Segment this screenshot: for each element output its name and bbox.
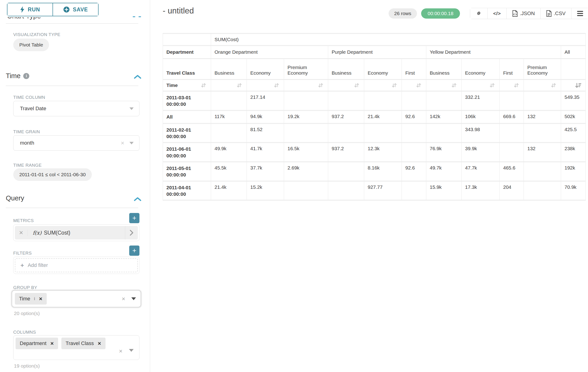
remove-chip-icon[interactable]: ✕ [98, 341, 101, 346]
cell: 217.14 [247, 92, 284, 111]
export-csv-button[interactable]: .CSV [540, 8, 571, 19]
row-label: All [163, 111, 211, 124]
group-by-select[interactable]: Time i ✕ × [12, 290, 141, 307]
cell [524, 124, 561, 143]
chart-type-collapse-chevron-fragment [133, 16, 135, 17]
query-section-title: Query [6, 194, 24, 202]
cell: 17.3k [462, 181, 500, 201]
cell: 76.9k [426, 143, 462, 162]
metric-pill[interactable]: ✕ f(x) SUM(Cost) [15, 226, 138, 239]
sort-icon [200, 82, 207, 89]
cell: 117k [211, 111, 247, 124]
visualization-type-pill[interactable]: Pivot Table [13, 39, 49, 51]
chevron-down-icon [129, 349, 134, 352]
lightning-icon [20, 6, 25, 13]
save-button[interactable]: SAVE [52, 3, 98, 16]
group-by-chip-time[interactable]: Time i ✕ [15, 293, 47, 305]
columns-chip-department[interactable]: Department ✕ [16, 338, 58, 349]
chevron-down-icon [129, 107, 134, 110]
info-icon: i [23, 73, 29, 79]
clear-icon[interactable]: × [122, 295, 125, 302]
department-group-header: Yellow Department [426, 46, 561, 59]
view-query-button[interactable]: </> [487, 8, 506, 19]
cell: 21.4k [211, 181, 247, 201]
travel-class-header: Premium Economy [284, 59, 328, 80]
time-grain-value: month [20, 140, 34, 146]
table-row: 2011-02-01 00:00:00 81.52 343.98 425.5 [163, 124, 586, 143]
add-filter-label: Add filter [28, 262, 48, 268]
department-group-header: All [561, 46, 586, 59]
time-grain-select[interactable]: month × [13, 135, 139, 151]
department-header-row: Department Orange Department Purple Depa… [163, 46, 586, 59]
chip-label: Travel Class [65, 340, 94, 346]
time-grain-label: TIME GRAIN [13, 129, 40, 134]
remove-metric-icon[interactable]: ✕ [15, 230, 28, 236]
time-column-select[interactable]: Travel Date [13, 101, 139, 116]
chart-menu-button[interactable] [571, 8, 588, 19]
filters-field: + Add filter [13, 257, 139, 274]
columns-chip-travel-class[interactable]: Travel Class ✕ [61, 338, 105, 349]
travel-class-header [561, 59, 586, 80]
sort-header-cell[interactable] [402, 80, 426, 92]
sort-header-cell-active[interactable] [561, 80, 586, 92]
add-metric-button[interactable]: + [129, 213, 139, 223]
chart-panel: - untitled 26 rows 00:00:00.18 </> .JSON… [150, 0, 588, 372]
query-section-heading: Query [6, 194, 24, 202]
sort-header-cell[interactable] [247, 80, 284, 92]
time-range-label: TIME RANGE [13, 163, 42, 168]
remove-chip-icon[interactable]: ✕ [39, 296, 42, 302]
expand-metric-control[interactable] [125, 226, 138, 239]
metric-header-cell: SUM(Cost) [211, 33, 586, 46]
add-filter-plus-button[interactable]: + [129, 245, 139, 256]
cell: 92.6 [402, 162, 426, 181]
export-json-button[interactable]: .JSON [506, 8, 540, 19]
corner-cell [163, 33, 211, 46]
cell [211, 92, 247, 111]
time-range-pill[interactable]: 2011-01-01 ≤ col < 2011-06-30 [13, 168, 92, 181]
query-collapse-chevron-icon[interactable] [134, 197, 142, 202]
sort-header-cell[interactable] [426, 80, 462, 92]
sort-header-cell[interactable] [211, 80, 247, 92]
row-count-badge: 26 rows [388, 8, 417, 19]
columns-select[interactable]: Department ✕ Travel Class ✕ × [13, 335, 139, 360]
sort-header-cell[interactable] [500, 80, 524, 92]
sort-header-cell[interactable] [524, 80, 561, 92]
query-timer-badge: 00:00:00.18 [421, 8, 460, 19]
json-file-icon [512, 10, 518, 17]
sort-header-cell[interactable] [328, 80, 364, 92]
hamburger-menu-icon [577, 11, 583, 16]
add-filter-button[interactable]: + Add filter [15, 258, 138, 272]
sort-header-cell[interactable] [364, 80, 402, 92]
metric-name: SUM(Cost) [44, 230, 70, 236]
cell: 37.7k [247, 162, 284, 181]
sort-header-cell[interactable] [284, 80, 328, 92]
cell: 465.6 [500, 162, 524, 181]
cell [364, 92, 402, 111]
chevron-right-icon [130, 230, 133, 236]
cell [402, 92, 426, 111]
travel-class-header: Economy [247, 59, 284, 80]
chart-title[interactable]: - untitled [163, 6, 194, 15]
cell [500, 143, 524, 162]
time-sort-header-cell[interactable]: Time [163, 80, 211, 92]
cell: 238k [561, 143, 586, 162]
sort-header-cell[interactable] [462, 80, 500, 92]
cell: 16.5k [284, 143, 328, 162]
time-collapse-chevron-icon[interactable] [134, 74, 142, 80]
cell: 49.7k [426, 162, 462, 181]
row-label: 2011-06-01 00:00:00 [163, 143, 211, 162]
chevron-down-icon [131, 297, 136, 300]
share-link-button[interactable] [470, 8, 487, 19]
row-label: 2011-02-01 00:00:00 [163, 124, 211, 143]
clear-icon[interactable]: × [121, 139, 124, 147]
sort-icon [549, 82, 557, 89]
cell: 204 [500, 181, 524, 201]
chip-label: Time [19, 296, 30, 302]
cell [402, 124, 426, 143]
cell: 19.2k [284, 111, 328, 124]
run-button[interactable]: RUN [7, 3, 52, 16]
clear-icon[interactable]: × [119, 348, 123, 355]
cell [328, 92, 364, 111]
table-row: All 117k 94.9k 19.2k 937.2 21.4k 92.6 14… [163, 111, 586, 124]
remove-chip-icon[interactable]: ✕ [50, 341, 54, 346]
